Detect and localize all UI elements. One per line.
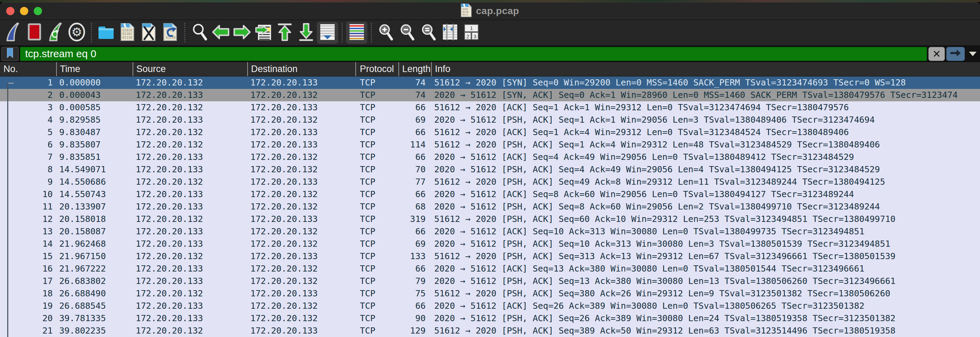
cell-dst: 172.20.20.132 — [247, 263, 355, 275]
filter-clear-button[interactable]: ✕ — [928, 47, 945, 61]
zoom-window-button[interactable] — [34, 7, 42, 15]
packet-row[interactable]: 1421.962468172.20.20.133172.20.20.132TCP… — [0, 238, 980, 250]
svg-text:2: 2 — [466, 34, 469, 39]
filter-apply-button[interactable] — [946, 47, 965, 61]
cell-src: 172.20.20.133 — [132, 312, 247, 324]
cell-src: 172.20.20.133 — [132, 238, 247, 250]
packet-row[interactable]: 1826.688490172.20.20.132172.20.20.133TCP… — [0, 287, 980, 300]
auto-scroll-icon — [319, 24, 336, 42]
packet-row[interactable]: 20.000043172.20.20.133172.20.20.132TCP74… — [0, 89, 980, 101]
cell-time: 14.550686 — [56, 176, 132, 188]
display-filter-bar: ✕ — [0, 46, 980, 62]
packet-row[interactable]: 49.829585172.20.20.133172.20.20.132TCP69… — [0, 114, 980, 126]
filter-bookmark-button[interactable] — [2, 47, 19, 61]
packet-row[interactable]: 30.000585172.20.20.132172.20.20.133TCP66… — [0, 101, 980, 114]
find-packet-button[interactable] — [189, 22, 210, 44]
cell-len: 66 — [398, 225, 431, 238]
start-capture-button[interactable] — [2, 22, 24, 44]
cell-time: 21.967150 — [56, 250, 132, 263]
zoom-out-button[interactable] — [397, 22, 418, 44]
cell-time: 0.000000 — [56, 77, 132, 89]
column-header-destination[interactable]: Destination — [247, 62, 355, 76]
cell-time: 0.000043 — [56, 89, 132, 101]
cell-proto: TCP — [355, 300, 398, 312]
save-file-button[interactable]: 01010 01101 01110 — [117, 22, 138, 44]
auto-scroll-button[interactable] — [317, 22, 338, 44]
cell-src: 172.20.20.133 — [132, 114, 247, 126]
packet-row[interactable]: 59.830487172.20.20.132172.20.20.133TCP66… — [0, 126, 980, 139]
cell-proto: TCP — [355, 324, 398, 337]
cell-no: 6 — [0, 139, 56, 151]
go-last-packet-button[interactable] — [296, 22, 317, 44]
zoom-out-icon — [399, 22, 416, 43]
column-header-no[interactable]: No. — [0, 62, 56, 76]
zoom-100-button[interactable] — [418, 22, 439, 44]
cell-info: 2020 → 51612 [PSH, ACK] Seq=26 Ack=389 W… — [431, 312, 980, 324]
filter-dropdown-caret[interactable] — [969, 52, 977, 56]
packet-row[interactable]: 2139.802235172.20.20.132172.20.20.133TCP… — [0, 324, 980, 337]
cell-time: 21.962468 — [56, 238, 132, 250]
close-window-button[interactable] — [6, 7, 14, 15]
packet-row[interactable]: 914.550686172.20.20.132172.20.20.133TCP7… — [0, 176, 980, 188]
packet-row[interactable]: 1621.967222172.20.20.133172.20.20.132TCP… — [0, 263, 980, 275]
cell-src: 172.20.20.132 — [132, 250, 247, 263]
cell-dst: 172.20.20.132 — [247, 238, 355, 250]
cell-info: 2020 → 51612 [ACK] Seq=8 Ack=60 Win=2905… — [431, 188, 980, 201]
packet-row[interactable]: 69.835807172.20.20.132172.20.20.133TCP11… — [0, 139, 980, 151]
cell-no: 2 — [0, 89, 56, 101]
packet-row[interactable]: 1120.133907172.20.20.133172.20.20.132TCP… — [0, 201, 980, 213]
packet-row[interactable]: 1726.683802172.20.20.133172.20.20.132TCP… — [0, 275, 980, 287]
packet-row[interactable]: 1521.967150172.20.20.132172.20.20.133TCP… — [0, 250, 980, 263]
packet-row[interactable]: 2039.781335172.20.20.133172.20.20.132TCP… — [0, 312, 980, 324]
minimize-window-button[interactable] — [20, 7, 28, 15]
packet-row[interactable]: 1014.550743172.20.20.133172.20.20.132TCP… — [0, 188, 980, 201]
go-forward-button[interactable] — [231, 22, 253, 44]
cell-no: 3 — [0, 101, 56, 114]
cell-no: 17 — [0, 275, 56, 287]
toolbar-separator — [371, 23, 372, 42]
cell-no: 13 — [0, 225, 56, 238]
packet-row[interactable]: 1320.158087172.20.20.133172.20.20.132TCP… — [0, 225, 980, 238]
zoom-in-button[interactable] — [375, 22, 397, 44]
column-header-protocol[interactable]: Protocol — [355, 62, 398, 76]
go-first-packet-button[interactable] — [274, 22, 296, 44]
colorize-button[interactable] — [346, 22, 368, 44]
cell-no: 4 — [0, 114, 56, 126]
sharkfin-blue-icon — [4, 22, 21, 43]
packet-row[interactable]: 79.835851172.20.20.133172.20.20.132TCP66… — [0, 151, 980, 163]
capture-options-button[interactable]: ⚙ — [66, 22, 88, 44]
column-header-info[interactable]: Info — [431, 62, 980, 76]
cell-time: 9.830487 — [56, 126, 132, 139]
column-header-length[interactable]: Length — [398, 62, 431, 76]
restart-capture-button[interactable] — [45, 22, 66, 44]
open-file-button[interactable] — [95, 22, 117, 44]
packet-row[interactable]: 814.549071172.20.20.133172.20.20.132TCP7… — [0, 163, 980, 176]
cell-src: 172.20.20.132 — [132, 176, 247, 188]
cell-no: 12 — [0, 213, 56, 225]
close-file-button[interactable] — [138, 22, 159, 44]
resize-columns-button[interactable] — [439, 22, 461, 44]
cell-proto: TCP — [355, 250, 398, 263]
reload-file-button[interactable]: 1010 01110 — [159, 22, 181, 44]
packet-row[interactable]: 10.000000172.20.20.132172.20.20.133TCP74… — [0, 77, 980, 89]
resize-columns-icon — [442, 24, 458, 42]
go-to-packet-button[interactable] — [253, 22, 274, 44]
column-header-source[interactable]: Source — [132, 62, 247, 76]
cell-dst: 172.20.20.132 — [247, 225, 355, 238]
go-back-button[interactable] — [210, 22, 231, 44]
packet-row[interactable]: 1220.158018172.20.20.132172.20.20.133TCP… — [0, 213, 980, 225]
cell-len: 75 — [398, 287, 431, 300]
cell-proto: TCP — [355, 287, 398, 300]
column-header-time[interactable]: Time — [56, 62, 132, 76]
cell-proto: TCP — [355, 89, 398, 101]
cell-proto: TCP — [355, 275, 398, 287]
svg-text:0111: 0111 — [463, 13, 468, 16]
packet-row[interactable]: 1926.688545172.20.20.133172.20.20.132TCP… — [0, 300, 980, 312]
cell-no: 20 — [0, 312, 56, 324]
stop-capture-button[interactable] — [24, 22, 45, 44]
layout-button[interactable]: 1 2 3 — [461, 22, 482, 44]
display-filter-input[interactable] — [20, 47, 927, 61]
toolbar-separator — [184, 23, 185, 42]
cell-dst: 172.20.20.132 — [247, 163, 355, 176]
cell-len: 66 — [398, 300, 431, 312]
